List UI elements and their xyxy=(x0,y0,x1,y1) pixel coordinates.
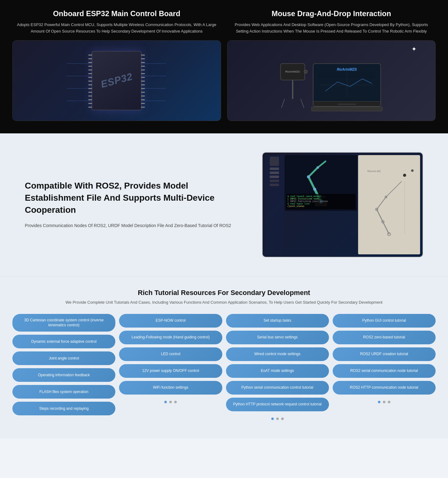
svg-line-17 xyxy=(308,168,318,177)
tutorial-btn-joint-angle[interactable]: Joint angle control xyxy=(12,351,115,365)
tutorial-btn-python-http[interactable]: Python HTTP protocol network request con… xyxy=(226,398,329,411)
svg-point-20 xyxy=(313,188,316,191)
tutorial-btn-12v[interactable]: 12V power supply ON/OFF control xyxy=(119,364,222,378)
mouse-image: RoArmM2S RoArinM2S xyxy=(227,40,436,121)
esp32-title: Onboard ESP32 Main Control Board xyxy=(12,9,221,18)
tutorial-btn-dynamic-force[interactable]: Dynamic external force adaptive control xyxy=(12,335,115,348)
tutorial-title: Rich Tutorial Resources For Secondary De… xyxy=(12,289,436,297)
tutorial-btn-python-gui[interactable]: Python GUI control tutorial xyxy=(333,314,436,328)
col3-dot-2 xyxy=(276,418,279,420)
col3-dot-1 xyxy=(271,418,274,420)
mouse-title: Mouse Drag-And-Drop Interaction xyxy=(227,9,436,18)
ros2-image: $ ros2 launch roarm_moveit... [ INFO] In… xyxy=(262,152,423,257)
col4-dot-2 xyxy=(383,401,385,403)
tutorial-btn-wired-control[interactable]: Wired control mode settings xyxy=(226,347,329,361)
esp32-card: Onboard ESP32 Main Control Board Adopts … xyxy=(12,9,221,121)
tutorial-btn-serial-servo[interactable]: Serial bus servo settings xyxy=(226,331,329,344)
esp32-image: ESP32 xyxy=(12,40,221,121)
tutorial-col-4: Python GUI control tutorial ROS2 zero-ba… xyxy=(333,314,436,423)
top-section: Onboard ESP32 Main Control Board Adopts … xyxy=(0,0,448,133)
col4-dots xyxy=(333,398,436,406)
ros2-description: Provides Communication Nodes Of ROS2, UR… xyxy=(25,222,250,230)
tutorial-section: Rich Tutorial Resources For Secondary De… xyxy=(0,276,448,439)
tutorial-btn-operating-info[interactable]: Operating information feedback xyxy=(12,368,115,382)
svg-point-36 xyxy=(411,169,414,172)
tutorial-col-3: Set startup tasks Serial bus servo setti… xyxy=(226,314,329,423)
tutorial-btn-flash[interactable]: FLASH files system operation xyxy=(12,385,115,399)
ros2-section: Compatible With ROS2, Provides Model Est… xyxy=(0,133,448,276)
tutorial-col-2: ESP-NOW control Leading-Following mode (… xyxy=(119,314,222,423)
svg-text:RoArm M2: RoArm M2 xyxy=(367,170,381,173)
svg-line-18 xyxy=(318,161,326,168)
tutorial-btn-leading-following[interactable]: Leading-Following mode (Hand guiding con… xyxy=(119,331,222,344)
svg-point-21 xyxy=(307,175,310,178)
mouse-card: Mouse Drag-And-Drop Interaction Provides… xyxy=(227,9,436,121)
tutorial-btn-ros2-urdf[interactable]: ROS2 URDF creation tutorial xyxy=(333,347,436,361)
tutorial-btn-esp-now[interactable]: ESP-NOW control xyxy=(119,314,222,328)
tutorial-btn-python-serial[interactable]: Python serial communication control tuto… xyxy=(226,381,329,395)
tutorial-subtitle: We Provide Complete Unit Tutorials And C… xyxy=(12,300,436,305)
dot-3 xyxy=(174,401,177,403)
tutorial-btn-startup[interactable]: Set startup tasks xyxy=(226,314,329,328)
col4-dot-1 xyxy=(378,401,380,403)
col3-dots xyxy=(226,414,329,423)
tutorial-btn-wifi[interactable]: WiFi function settings xyxy=(119,381,222,395)
col4-dot-3 xyxy=(388,401,390,403)
tutorial-btn-3d-cartesian[interactable]: 3D Cartesian coordinate system control (… xyxy=(12,314,115,332)
dot-2 xyxy=(169,401,172,403)
col2-dots xyxy=(119,398,222,406)
ros2-title: Compatible With ROS2, Provides Model Est… xyxy=(25,180,250,216)
esp32-description: Adopts ESP32 Powerful Main Control MCU, … xyxy=(12,22,221,35)
ros2-text-block: Compatible With ROS2, Provides Model Est… xyxy=(25,180,250,230)
col3-dot-3 xyxy=(281,418,284,420)
tutorial-btn-ros2-zero[interactable]: ROS2 zero-based tutorial xyxy=(333,331,436,344)
dot-1 xyxy=(164,401,167,403)
svg-rect-23 xyxy=(364,166,414,243)
tutorial-btn-ros2-http[interactable]: ROS2 HTTP communication node tutorial xyxy=(333,381,436,395)
tutorial-btn-ros2-serial[interactable]: ROS2 serial communication node tutorial xyxy=(333,364,436,378)
svg-point-22 xyxy=(317,166,319,169)
mouse-description: Provides Web Applications And Desktop So… xyxy=(227,22,436,35)
tutorial-grid: 3D Cartesian coordinate system control (… xyxy=(12,314,436,423)
tutorial-btn-led[interactable]: LED control xyxy=(119,347,222,361)
svg-line-16 xyxy=(308,177,315,189)
chip-label: ESP32 xyxy=(100,71,134,90)
svg-point-35 xyxy=(403,174,406,177)
tutorial-col-1: 3D Cartesian coordinate system control (… xyxy=(12,314,115,423)
tutorial-btn-eoat[interactable]: EoAT mode settings xyxy=(226,364,329,378)
tutorial-btn-steps[interactable]: Steps recording and replaying xyxy=(12,402,115,415)
